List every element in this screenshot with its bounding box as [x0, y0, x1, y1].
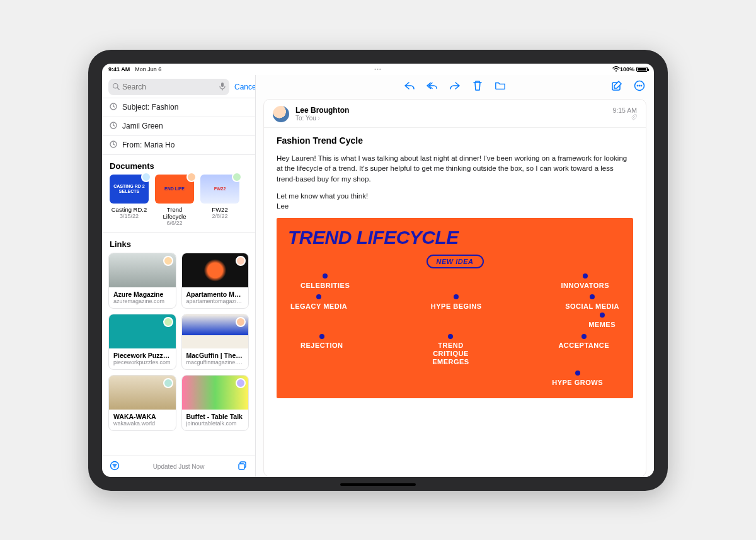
forward-icon[interactable]	[449, 80, 461, 91]
link-title: Azure Magazine	[113, 290, 171, 298]
link-card[interactable]: Piecework Puzzlespieceworkpuzzles.com	[108, 314, 176, 370]
message-subject: Fashion Trend Cycle	[277, 135, 633, 146]
suggestion-label: Jamil Green	[122, 122, 163, 130]
link-card[interactable]: WAKA-WAKAwakawaka.world	[108, 375, 176, 431]
reply-icon[interactable]	[404, 80, 415, 91]
avatar-badge-icon	[236, 317, 246, 327]
message-pane: Lee Broughton To: You › 9:15 AM	[263, 99, 646, 477]
flow-node: LEGACY MEDIA	[290, 294, 347, 310]
flow-node: ACCEPTANCE	[558, 334, 609, 366]
suggestion-row[interactable]: From: Maria Ho	[102, 136, 255, 155]
attachment-title: TREND LIFECYCLE	[288, 227, 622, 248]
svg-rect-9	[239, 464, 244, 469]
link-card[interactable]: Apartamento Maga…apartamentomagazine.c…	[181, 253, 249, 309]
avatar[interactable]	[273, 106, 289, 122]
document-title: FW22	[200, 206, 239, 213]
link-url: wakawaka.world	[113, 420, 171, 427]
sender-name[interactable]: Lee Broughton	[295, 106, 606, 115]
avatar-badge-icon	[232, 172, 242, 182]
link-title: Apartamento Maga…	[186, 290, 244, 298]
document-date: 3/15/22	[110, 213, 149, 219]
link-card[interactable]: MacGuffin | The Lif…macguffinmagazine.co…	[181, 314, 249, 370]
suggestion-row[interactable]: Subject: Fashion	[102, 98, 255, 117]
links-header: Links	[102, 233, 255, 253]
compose-icon[interactable]	[611, 80, 622, 91]
flow-node: NEW IDEA	[427, 255, 484, 268]
updated-label: Updated Just Now	[153, 463, 205, 470]
attachment-icon	[612, 114, 637, 122]
svg-point-14	[641, 85, 642, 86]
link-url: apartamentomagazine.c…	[186, 298, 244, 304]
flow-node: HYPE BEGINS	[431, 294, 482, 310]
message-paragraph: Hey Lauren! This is what I was talking a…	[277, 153, 633, 185]
recipients-line[interactable]: To: You ›	[295, 115, 606, 122]
status-date: Mon Jun 6	[135, 66, 161, 72]
cancel-button[interactable]: Cancel	[234, 83, 256, 91]
attachment-graphic[interactable]: TREND LIFECYCLE NEW IDEA CELEBRITIES . I…	[277, 218, 633, 398]
document-thumb: FW22	[200, 175, 239, 204]
status-bar: 9:41 AM Mon Jun 6 ••• 100%	[102, 64, 654, 75]
flowchart: NEW IDEA CELEBRITIES . INNOVATORS LEGACY…	[288, 255, 622, 387]
mic-icon[interactable]	[219, 82, 226, 92]
link-thumb	[182, 253, 249, 287]
search-icon	[112, 83, 120, 91]
flow-node: REJECTION	[301, 334, 343, 366]
battery-icon	[636, 67, 648, 72]
message-paragraph: Let me know what you think!	[277, 191, 633, 202]
document-item[interactable]: CASTING RD 2 SELECTS Casting RD.2 3/15/2…	[110, 175, 149, 226]
flow-node: CELEBRITIES	[301, 273, 350, 289]
wifi-icon	[612, 66, 620, 72]
svg-point-13	[639, 85, 640, 86]
battery-indicator: 100%	[620, 66, 648, 72]
suggestion-label: From: Maria Ho	[122, 141, 175, 149]
search-field[interactable]	[108, 79, 229, 95]
document-date: 2/8/22	[200, 213, 239, 219]
search-sidebar: Cancel Subject: Fashion Jamil Green From…	[102, 75, 256, 477]
trash-icon[interactable]	[472, 80, 483, 91]
document-title: Trend Lifecycle	[155, 206, 194, 220]
recent-icon	[110, 122, 117, 131]
flow-node: SOCIAL MEDIA	[565, 294, 619, 310]
recent-icon	[110, 103, 117, 112]
recent-icon	[110, 141, 117, 150]
avatar-badge-icon	[186, 172, 197, 182]
link-thumb	[109, 253, 176, 287]
avatar-badge-icon	[236, 256, 246, 266]
document-date: 6/6/22	[155, 220, 194, 226]
reply-all-icon[interactable]	[427, 80, 438, 91]
message-body[interactable]: Fashion Trend Cycle Hey Lauren! This is …	[264, 128, 646, 476]
multitask-dots-icon[interactable]: •••	[374, 66, 381, 72]
link-url: macguffinmagazine.com	[186, 359, 244, 365]
link-url: joinourtabletalk.com	[186, 420, 244, 427]
document-item[interactable]: FW22 FW22 2/8/22	[200, 175, 239, 226]
link-title: WAKA-WAKA	[113, 413, 171, 420]
avatar-badge-icon	[163, 256, 173, 266]
message-main: Lee Broughton To: You › 9:15 AM	[256, 75, 654, 477]
link-thumb	[109, 314, 176, 348]
link-card[interactable]: Azure Magazineazuremagazine.com	[108, 253, 176, 309]
suggestion-row[interactable]: Jamil Green	[102, 117, 255, 136]
document-item[interactable]: END LIFE Trend Lifecycle 6/6/22	[155, 175, 194, 226]
folder-icon[interactable]	[495, 80, 506, 91]
svg-rect-3	[221, 83, 224, 87]
link-thumb	[109, 376, 176, 410]
link-thumb	[182, 376, 249, 410]
link-thumb	[182, 314, 249, 348]
avatar-badge-icon	[163, 378, 173, 388]
mail-toolbar	[256, 75, 654, 96]
link-title: Buffet - Table Talk	[186, 413, 244, 420]
link-card[interactable]: Buffet - Table Talkjoinourtabletalk.com	[181, 375, 249, 431]
search-input[interactable]	[122, 83, 217, 91]
svg-point-0	[616, 71, 617, 72]
message-header: Lee Broughton To: You › 9:15 AM	[264, 100, 646, 128]
windows-icon[interactable]	[238, 461, 248, 472]
link-url: azuremagazine.com	[113, 298, 171, 304]
link-url: pieceworkpuzzles.com	[113, 359, 171, 365]
filter-icon[interactable]	[110, 461, 120, 472]
suggestion-label: Subject: Fashion	[122, 103, 178, 112]
more-icon[interactable]	[634, 80, 645, 91]
documents-header: Documents	[102, 155, 255, 175]
flow-node: INNOVATORS	[561, 273, 609, 289]
flow-node: TREND CRITIQUE EMERGES	[425, 334, 476, 366]
document-thumb: CASTING RD 2 SELECTS	[110, 175, 149, 204]
